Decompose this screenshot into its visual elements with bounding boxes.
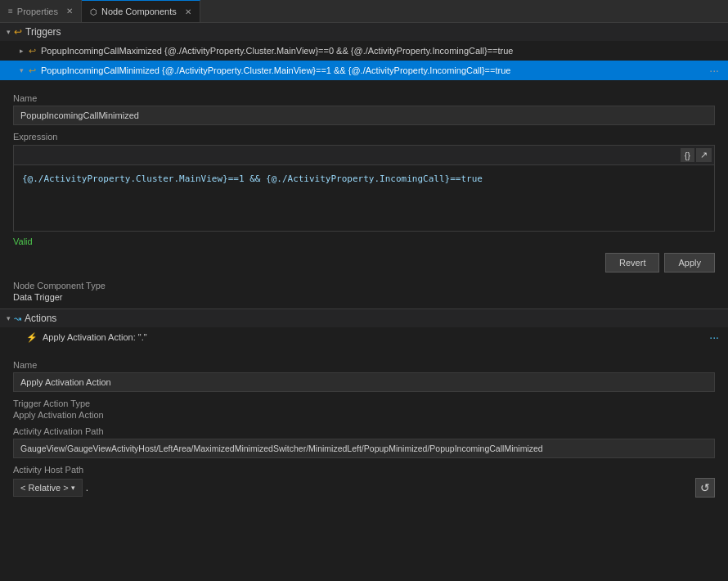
action1-icon: ⚡ [26, 332, 38, 343]
expression-text[interactable]: {@./ActivityProperty.Cluster.MainView}==… [14, 165, 714, 231]
relative-label: < Relative > [20, 483, 69, 493]
trigger2-menu-btn[interactable]: ··· [707, 64, 721, 77]
trigger-action-type-label: Trigger Action Type [13, 399, 715, 408]
expression-braces-btn[interactable]: {} [681, 148, 694, 162]
trigger-item-2[interactable]: ▾ ↩ PopupIncomingCallMinimized {@./Activ… [0, 61, 728, 80]
valid-indicator: Valid [13, 236, 715, 246]
trigger1-text: PopupIncomingCallMaximized {@./ActivityP… [41, 46, 702, 56]
trigger1-icon: ↩ [29, 46, 36, 56]
tab-properties-close[interactable]: ✕ [66, 7, 73, 16]
activity-host-path-label: Activity Host Path [13, 465, 715, 475]
node-component-type-label: Node Component Type [13, 281, 715, 290]
node-components-icon: ⬡ [90, 7, 97, 16]
trigger1-chevron: ▸ [20, 47, 24, 55]
action1-text: Apply Activation Action: "." [43, 332, 702, 342]
refresh-button[interactable]: ↺ [695, 478, 715, 498]
name-field-value[interactable]: PopupIncomingCallMinimized [13, 106, 715, 125]
tab-node-components-label: Node Components [101, 7, 177, 16]
expression-expand-btn[interactable]: ↗ [696, 148, 712, 162]
expression-container: {} ↗ {@./ActivityProperty.Cluster.MainVi… [13, 145, 715, 232]
triggers-section-header[interactable]: ▾ ↩ Triggers [0, 23, 728, 41]
actions-icon: ↝ [14, 313, 21, 324]
activity-activation-path-label: Activity Activation Path [13, 426, 715, 436]
triggers-icon: ↩ [14, 26, 22, 38]
expression-toolbar: {} ↗ [14, 146, 714, 165]
triggers-label: Triggers [25, 26, 61, 38]
action-item-1[interactable]: ⚡ Apply Activation Action: "." ··· [0, 327, 728, 347]
trigger2-icon: ↩ [29, 65, 36, 76]
name-field-label: Name [13, 93, 715, 103]
actions-label: Actions [25, 313, 56, 324]
trigger-button-row: Revert Apply [13, 253, 715, 272]
actions-section-header[interactable]: ▾ ↝ Actions [0, 309, 728, 327]
relative-dropdown[interactable]: < Relative > ▾ [13, 479, 83, 497]
relative-chevron: ▾ [71, 484, 75, 492]
trigger-action-type-value: Apply Activation Action [13, 410, 715, 420]
actions-chevron: ▾ [7, 314, 11, 322]
trigger-item-1[interactable]: ▸ ↩ PopupIncomingCallMaximized {@./Activ… [0, 41, 728, 61]
action-name-value[interactable]: Apply Activation Action [13, 372, 715, 392]
properties-icon: ≡ [8, 7, 13, 16]
tab-bar: ≡ Properties ✕ ⬡ Node Components ✕ [0, 0, 728, 23]
triggers-chevron: ▾ [7, 28, 11, 36]
action-name-label: Name [13, 360, 715, 370]
tab-node-components-close[interactable]: ✕ [185, 7, 191, 16]
expression-field-label: Expression [13, 132, 715, 142]
main-content: ▾ ↩ Triggers ▸ ↩ PopupIncomingCallMaximi… [0, 23, 728, 581]
trigger2-chevron: ▾ [20, 66, 24, 74]
tab-properties[interactable]: ≡ Properties ✕ [0, 0, 82, 22]
action1-menu-btn[interactable]: ··· [707, 331, 721, 344]
tab-properties-label: Properties [17, 7, 58, 16]
activity-activation-path-value[interactable]: GaugeView/GaugeViewActivityHost/LeftArea… [13, 439, 715, 458]
revert-button[interactable]: Revert [605, 253, 659, 272]
trigger2-text: PopupIncomingCallMinimized {@./ActivityP… [41, 65, 702, 75]
action-details-panel: Name Apply Activation Action Trigger Act… [0, 347, 728, 511]
dot-separator: . [86, 482, 88, 493]
node-component-type-value: Data Trigger [13, 292, 715, 302]
host-path-row: < Relative > ▾ . ↺ [13, 478, 715, 498]
tab-node-components[interactable]: ⬡ Node Components ✕ [82, 0, 200, 22]
trigger-details-panel: Name PopupIncomingCallMinimized Expressi… [0, 80, 728, 309]
apply-button[interactable]: Apply [664, 253, 715, 272]
